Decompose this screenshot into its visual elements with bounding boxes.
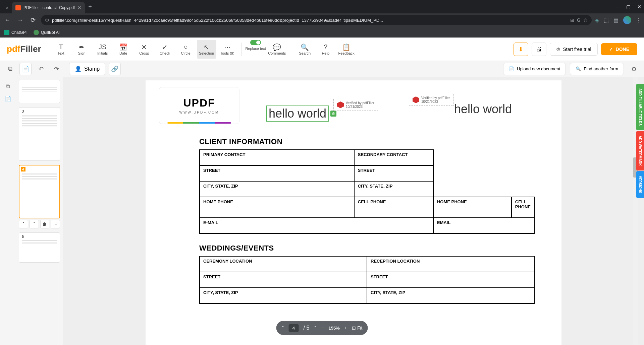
versions-tab[interactable]: VERSIONS [636, 171, 644, 198]
table-cell[interactable]: STREET [354, 165, 433, 181]
new-tab-button[interactable]: + [88, 3, 92, 10]
verify-badge-1[interactable]: Verified by pdfFiller10/21/2023 [333, 99, 378, 111]
search-tool[interactable]: 🔍Search [295, 40, 315, 59]
link-button[interactable]: 🔗 [109, 63, 121, 75]
next-page-button[interactable]: ˅ [314, 325, 316, 331]
more-tools[interactable]: ⋯Tools (9) [218, 40, 237, 59]
delete-page-button[interactable]: 🗑 [40, 220, 50, 228]
delete-annotation-button[interactable]: 🗑 [330, 111, 336, 117]
text-annotation[interactable]: hello world [454, 102, 512, 116]
table-cell[interactable]: CEREMONY LOCATION [200, 256, 367, 272]
google-icon[interactable]: G [577, 17, 581, 23]
download-icon: ⬇ [518, 46, 523, 53]
table-cell[interactable]: CITY, STATE, ZIP [354, 181, 433, 197]
table-cell[interactable]: PRIMARY CONTACT [200, 150, 354, 165]
menu-icon[interactable]: ⋮ [636, 17, 641, 23]
thumbnail-page-5[interactable]: 5 [19, 232, 60, 263]
settings-button[interactable]: ⚙ [628, 63, 640, 75]
redo-button[interactable]: ↷ [50, 63, 62, 75]
pointer-icon: ↖ [204, 43, 209, 51]
table-cell[interactable]: HOME PHONE [433, 197, 512, 218]
install-icon[interactable]: ⊞ [570, 17, 574, 23]
selection-tool[interactable]: ↖Selection [197, 40, 216, 59]
document-button[interactable]: 📄 [19, 63, 32, 75]
table-cell[interactable]: CITY, STATE, ZIP [367, 288, 534, 303]
tab-close-icon[interactable]: ✕ [77, 5, 82, 10]
document-canvas[interactable]: UPDF WWW.UPDF.COM hello world 🗑 Verified… [63, 77, 644, 345]
close-window-button[interactable]: ✕ [637, 4, 641, 9]
cross-tool[interactable]: ✕Cross [135, 40, 154, 59]
thumbnail-page-4[interactable]: 4 [19, 165, 60, 218]
more-page-actions[interactable]: ⋯ [51, 220, 60, 228]
table-cell[interactable]: CITY, STATE, ZIP [200, 181, 354, 197]
profile-avatar[interactable] [623, 16, 631, 24]
zoom-out-button[interactable]: − [321, 325, 324, 331]
table-cell[interactable]: SECONDARY CONTACT [354, 150, 433, 165]
sign-tool[interactable]: ✒Sign [72, 40, 92, 59]
add-page-icon[interactable]: 📄 [3, 93, 13, 104]
browser-tab[interactable]: PDFfiller - contract_Copy.pdf ✕ [12, 2, 85, 13]
quillbot-icon [34, 30, 39, 35]
page-number-input[interactable] [289, 324, 299, 332]
feedback-tool[interactable]: 📋Feedback [337, 40, 356, 59]
extensions-icon[interactable]: ⬚ [604, 17, 609, 23]
done-button[interactable]: ✓DONE [601, 43, 637, 55]
forward-button[interactable]: → [15, 17, 25, 24]
minimize-button[interactable]: ─ [616, 4, 620, 9]
move-down-button[interactable]: ˅ [30, 220, 39, 228]
add-fillable-fields-tab[interactable]: ADD FILLABLE FIELDS [636, 84, 644, 130]
thumbnail-page-2[interactable] [19, 80, 60, 103]
table-cell[interactable]: E-MAIL [200, 218, 433, 233]
table-cell[interactable]: STREET [200, 165, 354, 181]
fit-button[interactable]: ⊡ Fit [352, 325, 362, 331]
add-watermark-tab[interactable]: ADD WATERMARK [636, 131, 644, 170]
sidepanel-icon[interactable]: ▤ [613, 17, 619, 23]
bookmark-quillbot[interactable]: QuillBot AI [34, 30, 60, 35]
start-trial-button[interactable]: ♔Start free trial [550, 43, 598, 56]
table-cell[interactable]: RECEPTION LOCATION [367, 256, 534, 272]
check-tool[interactable]: ✓Check [155, 40, 175, 59]
help-tool[interactable]: ?Help [316, 40, 335, 59]
crown-icon: ♔ [556, 47, 560, 52]
pages-panel-button[interactable]: ⧉ [4, 63, 16, 75]
download-button[interactable]: ⬇ [514, 43, 528, 56]
comments-tool[interactable]: 💬Comments [267, 40, 287, 59]
text-tool[interactable]: TText [51, 40, 71, 59]
bookmark-chatgpt[interactable]: ChatGPT [4, 30, 28, 35]
edit-tools: TText ✒Sign JSInitials 📅Date ✕Cross ✓Che… [51, 40, 237, 59]
shield-icon[interactable]: ◈ [595, 17, 599, 23]
circle-tool[interactable]: ○Circle [176, 40, 196, 59]
site-info-icon[interactable]: ⚙ [45, 17, 49, 23]
move-up-button[interactable]: ˄ [19, 220, 28, 228]
zoom-in-button[interactable]: + [344, 325, 347, 331]
url-text: pdffiller.com/jsfiller-desk16/?requestHa… [52, 18, 568, 23]
verify-badge-2[interactable]: Verified by pdfFiller10/21/2023 [409, 94, 453, 106]
updf-logo: UPDF WWW.UPDF.COM [159, 87, 239, 124]
table-cell[interactable]: CELL PHONE [512, 197, 534, 218]
upload-document-button[interactable]: 📄Upload new document [503, 63, 566, 75]
print-button[interactable]: 🖨 [532, 43, 546, 56]
table-cell[interactable]: STREET [200, 272, 367, 288]
replace-text-tool[interactable]: Replace text [246, 40, 266, 59]
stamp-button[interactable]: 👤Stamp [69, 63, 105, 75]
table-cell[interactable]: CELL PHONE [354, 197, 433, 218]
undo-button[interactable]: ↶ [35, 63, 47, 75]
prev-page-button[interactable]: ˄ [282, 325, 284, 331]
text-annotation-selected[interactable]: hello world 🗑 [266, 106, 329, 122]
table-cell[interactable]: STREET [367, 272, 534, 288]
table-cell[interactable]: HOME PHONE [200, 197, 354, 218]
table-cell[interactable]: EMAIL [433, 218, 534, 233]
find-form-button[interactable]: 🔍Find another form [570, 63, 624, 75]
initials-tool[interactable]: JSInitials [93, 40, 112, 59]
maximize-button[interactable]: ▢ [626, 4, 631, 9]
thumbnail-page-3[interactable]: 3 [19, 107, 60, 161]
app-logo[interactable]: pdfFiller [7, 44, 41, 54]
bookmark-star-icon[interactable]: ☆ [583, 17, 588, 23]
pages-icon[interactable]: ⧉ [3, 81, 13, 92]
reload-button[interactable]: ⟳ [28, 16, 38, 24]
back-button[interactable]: ← [3, 17, 12, 24]
tab-search-dropdown[interactable]: ⌄ [3, 3, 11, 11]
address-bar[interactable]: ⚙ pdffiller.com/jsfiller-desk16/?request… [41, 15, 592, 25]
date-tool[interactable]: 📅Date [114, 40, 133, 59]
table-cell[interactable]: CITY, STATE, ZIP [200, 288, 367, 303]
